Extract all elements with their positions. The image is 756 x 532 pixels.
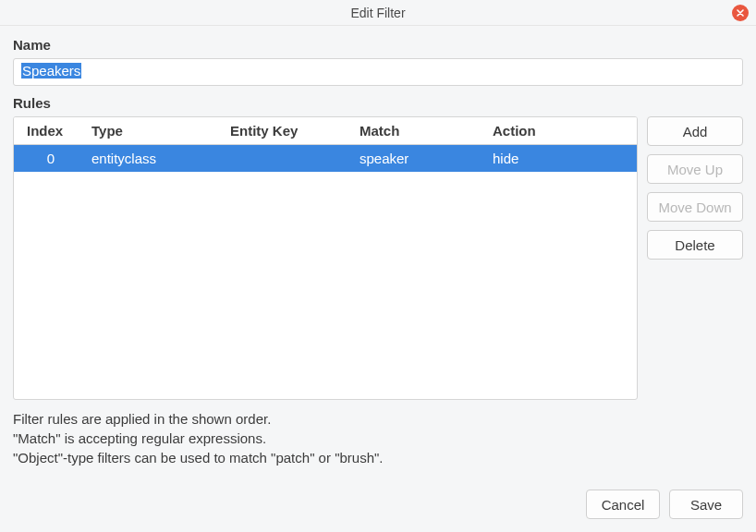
- col-header-index[interactable]: Index: [14, 123, 88, 139]
- titlebar: Edit Filter: [0, 0, 756, 26]
- name-label: Name: [13, 37, 743, 53]
- add-button[interactable]: Add: [647, 116, 743, 146]
- delete-button[interactable]: Delete: [647, 230, 743, 260]
- cell-action: hide: [489, 151, 637, 166]
- col-header-entity-key[interactable]: Entity Key: [226, 123, 356, 139]
- window-title: Edit Filter: [350, 6, 405, 20]
- help-line-3: "Object"-type filters can be used to mat…: [13, 448, 743, 467]
- help-line-1: Filter rules are applied in the shown or…: [13, 409, 743, 429]
- table-body: 0 entityclass speaker hide: [14, 145, 637, 399]
- cell-type: entityclass: [88, 151, 226, 166]
- table-header: Index Type Entity Key Match Action: [14, 117, 637, 145]
- rules-button-column: Add Move Up Move Down Delete: [647, 116, 743, 400]
- save-button[interactable]: Save: [669, 490, 743, 519]
- col-header-type[interactable]: Type: [88, 123, 226, 139]
- move-down-button[interactable]: Move Down: [647, 192, 743, 222]
- rules-table[interactable]: Index Type Entity Key Match Action 0 ent…: [13, 116, 638, 400]
- rules-row: Index Type Entity Key Match Action 0 ent…: [13, 116, 743, 400]
- dialog-content: Name Speakers Rules Index Type Entity Ke…: [0, 26, 756, 532]
- move-up-button[interactable]: Move Up: [647, 154, 743, 184]
- name-input-wrap: Speakers: [13, 58, 743, 86]
- cell-index: 0: [14, 151, 88, 166]
- table-row[interactable]: 0 entityclass speaker hide: [14, 145, 637, 172]
- name-input[interactable]: [13, 58, 743, 86]
- rules-label: Rules: [13, 95, 743, 111]
- help-text: Filter rules are applied in the shown or…: [13, 409, 743, 467]
- cell-match: speaker: [356, 151, 489, 166]
- dialog-footer: Cancel Save: [13, 467, 743, 519]
- col-header-action[interactable]: Action: [489, 123, 637, 139]
- cancel-button[interactable]: Cancel: [586, 490, 660, 519]
- close-icon[interactable]: [732, 5, 749, 21]
- help-line-2: "Match" is accepting regular expressions…: [13, 429, 743, 448]
- col-header-match[interactable]: Match: [356, 123, 489, 139]
